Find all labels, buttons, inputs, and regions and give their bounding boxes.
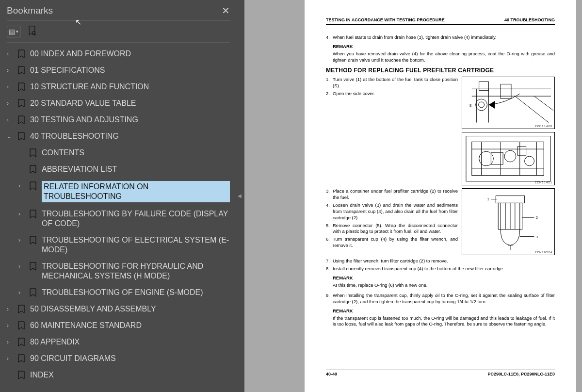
svg-rect-14 bbox=[466, 136, 550, 181]
figure-label: ZZH11421 bbox=[535, 181, 552, 184]
bookmark-item[interactable]: INDEX bbox=[0, 367, 237, 383]
bookmark-label: 30 TESTING AND ADJUSTING bbox=[30, 115, 230, 125]
bookmark-item[interactable]: ›90 CIRCUIT DIAGRAMS bbox=[0, 350, 237, 367]
section-heading: METHOD FOR REPLACING FUEL PREFILTER CART… bbox=[326, 67, 555, 74]
bookmark-icon bbox=[17, 65, 25, 75]
bookmark-icon bbox=[17, 304, 25, 314]
figure: 2 3 1 ZZH10574 bbox=[462, 188, 555, 255]
bookmark-label: INDEX bbox=[30, 370, 230, 380]
bookmark-item[interactable]: ABBREVIATION LIST bbox=[0, 161, 237, 178]
step-text: Install currently removed transparent cu… bbox=[333, 266, 555, 272]
remark-body: When you have removed drain valve (4) fo… bbox=[333, 51, 555, 64]
bookmark-icon bbox=[29, 261, 37, 271]
sidebar-header: Bookmarks ✕ bbox=[0, 0, 237, 20]
bookmark-icon bbox=[17, 82, 25, 92]
svg-text:1: 1 bbox=[487, 197, 489, 202]
step-text: Loosen drain valve (3) and drain the wat… bbox=[333, 202, 458, 221]
figure-label: ZZD11420 bbox=[535, 125, 552, 128]
step-text: When fuel starts to drain from drain hos… bbox=[333, 34, 555, 41]
bookmark-label: 40 TROUBLESHOOTING bbox=[30, 131, 230, 141]
bookmark-icon bbox=[29, 181, 37, 191]
expand-icon[interactable]: › bbox=[7, 115, 13, 125]
header-right: 40 TROUBLESHOOTING bbox=[504, 17, 555, 22]
remark-body: At this time, replace O-ring (6) with a … bbox=[333, 282, 555, 289]
svg-text:S: S bbox=[469, 104, 472, 107]
bookmark-item[interactable]: ›TROUBLESHOOTING FOR HYDRAULIC AND MECHA… bbox=[0, 258, 237, 284]
expand-icon[interactable]: › bbox=[7, 65, 13, 75]
svg-line-13 bbox=[534, 97, 553, 111]
bookmark-label: RELATED INFORMATION ON TROUBLESHOOTING bbox=[42, 181, 230, 202]
bookmark-icon bbox=[29, 148, 37, 158]
expand-icon[interactable]: ⌄ bbox=[7, 131, 13, 141]
svg-point-18 bbox=[525, 156, 534, 166]
bookmark-label: TROUBLESHOOTING OF ELECTRICAL SYSTEM (E-… bbox=[42, 235, 230, 255]
bookmark-item[interactable]: ›60 MAINTENANCE STANDARD bbox=[0, 317, 237, 334]
expand-icon[interactable]: › bbox=[7, 337, 13, 347]
svg-text:2: 2 bbox=[535, 216, 537, 220]
bookmark-icon bbox=[17, 115, 25, 125]
bookmark-label: ABBREVIATION LIST bbox=[42, 164, 230, 174]
sidebar-toolbar: ▤▾ bbox=[0, 24, 237, 42]
bookmark-icon bbox=[17, 98, 25, 108]
expand-icon[interactable]: › bbox=[7, 304, 13, 314]
step-text: Open the side cover. bbox=[333, 91, 458, 97]
close-icon[interactable]: ✕ bbox=[222, 5, 230, 16]
svg-point-9 bbox=[479, 102, 485, 108]
bookmark-item[interactable]: ›10 STRUCTURE AND FUNCTION bbox=[0, 79, 237, 95]
bookmark-icon bbox=[17, 337, 25, 347]
figure: S ZZD11420 bbox=[462, 77, 555, 129]
splitter-handle[interactable] bbox=[237, 0, 244, 392]
figure: ZZH11421 bbox=[462, 132, 555, 185]
bookmark-item[interactable]: ›TROUBLESHOOTING OF ENGINE (S-MODE) bbox=[0, 284, 237, 301]
header-left: TESTING IN ACCORDANCE WITH TESTING PROCE… bbox=[326, 17, 445, 22]
find-bookmark-button[interactable] bbox=[27, 26, 37, 37]
bookmark-label: CONTENTS bbox=[42, 148, 230, 158]
expand-icon[interactable]: › bbox=[18, 288, 24, 297]
bookmark-icon bbox=[29, 209, 37, 219]
bookmark-item[interactable]: ⌄40 TROUBLESHOOTING bbox=[0, 128, 237, 145]
bookmark-item[interactable]: ›50 DISASSEMBLY AND ASSEMBLY bbox=[0, 301, 237, 317]
bookmark-label: 80 APPENDIX bbox=[30, 337, 230, 347]
bookmark-icon bbox=[29, 164, 37, 174]
expand-icon[interactable]: › bbox=[7, 354, 13, 363]
bookmark-item[interactable]: ›00 INDEX AND FOREWORD bbox=[0, 46, 237, 62]
bookmark-label: 50 DISASSEMBLY AND ASSEMBLY bbox=[30, 304, 230, 314]
expand-icon[interactable]: › bbox=[7, 49, 13, 59]
figure-label: ZZH10574 bbox=[535, 251, 552, 254]
expand-icon[interactable]: › bbox=[7, 98, 13, 108]
expand-icon[interactable]: › bbox=[7, 82, 13, 92]
sidebar-title: Bookmarks bbox=[7, 5, 53, 16]
step-text: Turn transparent cup (4) by using the fi… bbox=[333, 236, 458, 249]
expand-icon[interactable]: › bbox=[7, 321, 13, 330]
bookmark-item[interactable]: ›20 STANDARD VALUE TABLE bbox=[0, 95, 237, 112]
bookmark-item[interactable]: ›TROUBLESHOOTING OF ELECTRICAL SYSTEM (E… bbox=[0, 232, 237, 258]
remark-label: REMARK bbox=[333, 275, 555, 280]
bookmark-item[interactable]: ›80 APPENDIX bbox=[0, 334, 237, 350]
bookmark-item[interactable]: CONTENTS bbox=[0, 145, 237, 161]
bookmark-label: TROUBLESHOOTING BY FAILURE CODE (DISPLAY… bbox=[42, 209, 230, 229]
step-text: Using the filter wrench, turn filter car… bbox=[333, 258, 555, 264]
bookmark-label: 01 SPECIFICATIONS bbox=[30, 65, 230, 75]
page-footer: 40-40 PC290LC-11E0, PC290NLC-11E0 bbox=[326, 370, 555, 376]
bookmark-icon bbox=[17, 321, 25, 330]
expand-icon[interactable]: › bbox=[18, 261, 24, 271]
svg-rect-15 bbox=[472, 142, 544, 176]
expand-icon[interactable]: › bbox=[18, 209, 24, 219]
document-viewport[interactable]: TESTING IN ACCORDANCE WITH TESTING PROCE… bbox=[244, 0, 582, 392]
footer-page-num: 40-40 bbox=[326, 372, 337, 376]
bookmark-icon bbox=[29, 288, 37, 297]
step-text: Remove connector (5). Wrap the disconnec… bbox=[333, 223, 458, 235]
remark-label: REMARK bbox=[333, 308, 555, 313]
expand-icon[interactable]: › bbox=[18, 181, 24, 191]
bookmark-item[interactable]: ›TROUBLESHOOTING BY FAILURE CODE (DISPLA… bbox=[0, 206, 237, 232]
bookmark-item[interactable]: ›30 TESTING AND ADJUSTING bbox=[0, 112, 237, 128]
svg-line-12 bbox=[515, 97, 549, 123]
bookmark-item[interactable]: ›RELATED INFORMATION ON TROUBLESHOOTING bbox=[0, 178, 237, 206]
svg-rect-25 bbox=[491, 153, 503, 165]
bookmark-label: TROUBLESHOOTING OF ENGINE (S-MODE) bbox=[42, 288, 230, 297]
svg-rect-27 bbox=[496, 196, 524, 203]
bookmark-item[interactable]: ›01 SPECIFICATIONS bbox=[0, 62, 237, 79]
options-button[interactable]: ▤▾ bbox=[7, 26, 20, 37]
svg-text:3: 3 bbox=[535, 235, 538, 239]
expand-icon[interactable]: › bbox=[18, 235, 24, 245]
